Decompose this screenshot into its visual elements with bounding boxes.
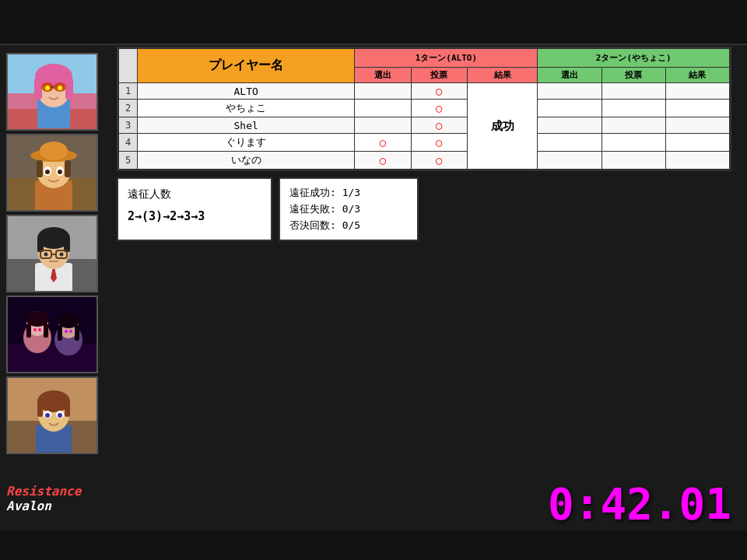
row-name: やちょこ — [138, 100, 355, 117]
row-t2-result — [665, 134, 729, 152]
svg-point-36 — [44, 253, 48, 257]
expedition-box: 遠征人数 2→(3)→2→3→3 — [117, 177, 272, 241]
svg-point-52 — [38, 328, 41, 331]
row-t1-vote: ○ — [411, 117, 467, 134]
sidebar — [0, 47, 109, 460]
expedition-sequence: 2→(3)→2→3→3 — [128, 207, 261, 226]
bottom-bar — [0, 530, 747, 560]
avatar-4 — [6, 296, 98, 373]
avatar-1 — [6, 53, 98, 131]
row-t1-select — [355, 117, 411, 134]
avatar-3 — [6, 215, 98, 292]
sub-vote-1: 投票 — [411, 68, 467, 83]
row-t1-vote: ○ — [411, 83, 467, 100]
svg-point-64 — [45, 413, 50, 418]
info-section: 遠征人数 2→(3)→2→3→3 遠征成功: 1/3 遠征失敗: 0/3 否決回… — [117, 177, 731, 241]
label-resistance: Resistance — [6, 484, 81, 499]
row-num: 2 — [119, 100, 138, 117]
sub-result-1: 結果 — [467, 68, 538, 83]
svg-point-54 — [69, 330, 72, 333]
turn1-header: 1ターン(ALTO) — [355, 49, 538, 68]
svg-rect-20 — [65, 160, 71, 177]
avatar-5 — [6, 376, 98, 454]
row-t2-vote — [601, 117, 665, 134]
svg-point-12 — [58, 86, 62, 90]
top-bar — [0, 0, 747, 45]
col-num-header — [119, 49, 138, 83]
row-t2-result — [665, 83, 729, 100]
row-num: 3 — [119, 117, 138, 134]
avatar-2 — [6, 134, 98, 212]
row-t1-select — [355, 100, 411, 117]
svg-point-53 — [65, 330, 68, 333]
svg-point-45 — [26, 311, 49, 327]
turn2-header: 2ターン(やちょこ) — [538, 49, 730, 68]
player-name-header: プレイヤー名 — [138, 49, 355, 83]
stat-failure: 遠征失敗: 0/3 — [289, 201, 408, 218]
row-t2-vote — [601, 100, 665, 117]
stats-box: 遠征成功: 1/3 遠征失敗: 0/3 否決回数: 0/5 — [279, 177, 419, 241]
stat-success: 遠征成功: 1/3 — [289, 185, 408, 201]
sub-select-1: 選出 — [355, 68, 411, 83]
row-t2-vote — [601, 83, 665, 100]
main-area: プレイヤー名 1ターン(ALTO) 2ターン(やちょこ) 選出 投票 結果 選出… — [117, 47, 731, 498]
row-t2-select — [538, 83, 601, 100]
row-t1-vote: ○ — [411, 152, 467, 170]
expedition-title: 遠征人数 — [128, 185, 261, 202]
game-table-wrapper: プレイヤー名 1ターン(ALTO) 2ターン(やちょこ) 選出 投票 結果 選出… — [117, 47, 731, 171]
row-name: Shel — [138, 117, 355, 134]
game-table: プレイヤー名 1ターン(ALTO) 2ターン(やちょこ) 選出 投票 結果 選出… — [118, 48, 730, 170]
game-labels: Resistance Avalon — [6, 484, 81, 513]
svg-point-18 — [40, 142, 68, 160]
svg-rect-49 — [75, 325, 79, 341]
row-name: いなの — [138, 152, 355, 170]
svg-point-65 — [58, 413, 62, 418]
row-name: ALTO — [138, 83, 355, 100]
row-t1-result: 成功 — [467, 83, 538, 170]
row-num: 1 — [119, 83, 138, 100]
sub-select-2: 選出 — [538, 68, 601, 83]
svg-rect-60 — [37, 400, 43, 417]
row-t1-select — [355, 83, 411, 100]
svg-rect-43 — [26, 324, 31, 338]
svg-rect-7 — [65, 78, 73, 100]
row-t2-vote — [601, 134, 665, 152]
svg-rect-44 — [44, 324, 48, 338]
svg-rect-6 — [34, 78, 42, 100]
sub-vote-2: 投票 — [601, 68, 665, 83]
row-t2-result — [665, 152, 729, 170]
row-t2-vote — [601, 152, 665, 170]
label-avalon: Avalon — [6, 499, 81, 513]
svg-point-24 — [58, 170, 62, 174]
svg-rect-61 — [65, 400, 70, 417]
row-t2-select — [538, 134, 601, 152]
svg-point-11 — [45, 86, 50, 90]
row-t1-select: ○ — [355, 134, 411, 152]
svg-point-50 — [58, 313, 79, 328]
row-num: 5 — [119, 152, 138, 170]
row-t1-select: ○ — [355, 152, 411, 170]
row-t1-vote: ○ — [411, 100, 467, 117]
stat-veto: 否決回数: 0/5 — [289, 218, 408, 234]
row-t2-select — [538, 100, 601, 117]
row-t2-result — [665, 117, 729, 134]
row-num: 4 — [119, 134, 138, 152]
row-t2-select — [538, 152, 601, 170]
row-t2-result — [665, 100, 729, 117]
svg-rect-10 — [51, 86, 54, 88]
svg-point-37 — [60, 253, 64, 257]
row-t1-vote: ○ — [411, 134, 467, 152]
svg-point-51 — [33, 328, 37, 331]
row-name: ぐります — [138, 134, 355, 152]
row-t2-select — [538, 117, 601, 134]
svg-point-23 — [45, 170, 50, 174]
svg-rect-19 — [37, 160, 43, 177]
svg-rect-40 — [8, 297, 96, 344]
svg-rect-48 — [58, 325, 62, 341]
sub-result-2: 結果 — [665, 68, 729, 83]
